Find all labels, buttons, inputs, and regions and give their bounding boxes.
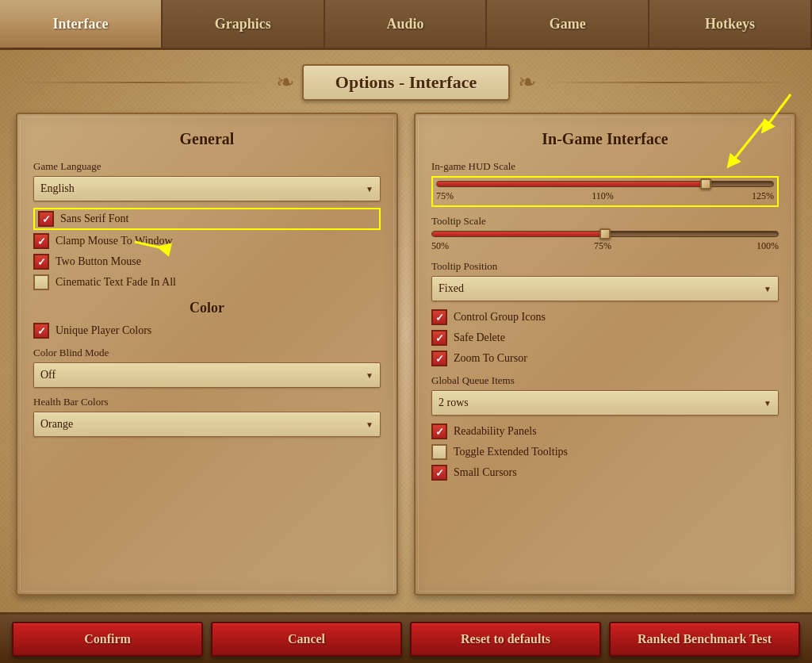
tooltip-position-arrow: ▼ [764, 285, 772, 293]
color-blind-dropdown-arrow: ▼ [366, 371, 373, 380]
confirm-button[interactable]: Confirm [12, 622, 203, 657]
checkbox-sans-serif[interactable]: Sans Serif Font [33, 208, 381, 230]
tab-graphics[interactable]: Graphics [163, 0, 325, 48]
checkbox-two-button-label: Two Button Mouse [56, 255, 141, 268]
ingame-panel-title: In-Game Interface [431, 130, 779, 148]
color-blind-value: Off [40, 369, 56, 381]
hud-scale-thumb[interactable] [700, 178, 711, 190]
checkbox-two-button[interactable]: Two Button Mouse [33, 254, 381, 270]
language-label: Game Language [33, 160, 381, 173]
language-dropdown[interactable]: English ▼ [33, 176, 381, 201]
health-bar-label: Health Bar Colors [33, 396, 381, 408]
reset-button[interactable]: Reset to defaults [410, 622, 601, 657]
checkbox-zoom-cursor-box[interactable] [431, 351, 447, 366]
tab-interface[interactable]: Interface [0, 0, 163, 48]
checkbox-sans-serif-box[interactable] [38, 211, 54, 227]
floral-decoration-left: ❧ [276, 71, 294, 94]
health-bar-value: Orange [40, 418, 73, 431]
checkbox-unique-player-label: Unique Player Colors [56, 324, 151, 337]
health-bar-dropdown[interactable]: Orange ▼ [33, 412, 381, 437]
panels-container: General Game Language English ▼ Sans Ser… [16, 113, 796, 596]
checkbox-control-group-label: Control Group Icons [454, 311, 546, 324]
page-title: Options - Interface [302, 64, 510, 101]
checkbox-two-button-box[interactable] [33, 254, 49, 270]
hud-scale-labels: 75% 110% 125% [436, 190, 774, 202]
language-dropdown-arrow: ▼ [366, 185, 373, 194]
checkbox-small-cursors[interactable]: Small Cursors [431, 465, 779, 481]
tab-bar: Interface Graphics Audio Game Hotkeys [0, 0, 812, 50]
tab-hotkeys[interactable]: Hotkeys [649, 0, 812, 48]
checkbox-cinematic-box[interactable] [33, 274, 49, 290]
tooltip-scale-label: Tooltip Scale [431, 215, 779, 228]
hud-scale-label: In-game HUD Scale [431, 160, 779, 173]
checkbox-cinematic[interactable]: Cinematic Text Fade In All [33, 274, 381, 290]
checkbox-control-group[interactable]: Control Group Icons [431, 309, 779, 325]
checkbox-small-cursors-label: Small Cursors [454, 466, 517, 479]
hud-scale-track[interactable] [436, 181, 774, 187]
color-blind-label: Color Blind Mode [33, 347, 381, 359]
checkbox-unique-player-box[interactable] [33, 323, 49, 339]
button-bar: Confirm Cancel Reset to defaults Ranked … [0, 612, 812, 663]
checkbox-unique-player[interactable]: Unique Player Colors [33, 323, 381, 339]
tooltip-scale-track[interactable] [431, 231, 779, 237]
title-area: ❧ Options - Interface ❧ [16, 64, 796, 101]
color-section-title: Color [33, 300, 381, 316]
tooltip-position-dropdown[interactable]: Fixed ▼ [431, 276, 779, 301]
health-bar-dropdown-arrow: ▼ [366, 420, 373, 429]
benchmark-button[interactable]: Ranked Benchmark Test [609, 622, 800, 657]
checkbox-sans-serif-label: Sans Serif Font [60, 213, 128, 225]
checkbox-cinematic-label: Cinematic Text Fade In All [56, 276, 176, 289]
checkbox-toggle-extended-box[interactable] [431, 444, 447, 460]
global-queue-value: 2 rows [439, 397, 469, 409]
tooltip-scale-mid: 75% [594, 240, 611, 252]
tooltip-scale-slider-container: 50% 75% 100% [431, 231, 779, 252]
checkbox-clamp-mouse[interactable]: Clamp Mouse To Window [33, 233, 381, 249]
hud-scale-mid: 110% [592, 190, 614, 202]
checkbox-small-cursors-box[interactable] [431, 465, 447, 481]
hud-scale-min: 75% [436, 190, 454, 202]
ingame-panel: In-Game Interface In-game HUD Scale 75% … [414, 113, 796, 596]
checkbox-control-group-box[interactable] [431, 309, 447, 325]
checkbox-safe-delete-box[interactable] [431, 330, 447, 346]
hud-scale-fill [437, 182, 706, 186]
tab-game[interactable]: Game [487, 0, 649, 48]
checkbox-safe-delete[interactable]: Safe Delete [431, 330, 779, 346]
tooltip-scale-max: 100% [756, 240, 779, 252]
tooltip-scale-thumb[interactable] [599, 228, 611, 240]
floral-decoration-right: ❧ [518, 71, 536, 94]
global-queue-arrow: ▼ [764, 399, 772, 408]
general-panel-title: General [33, 130, 381, 148]
checkbox-toggle-extended-label: Toggle Extended Tooltips [454, 446, 568, 458]
cancel-button[interactable]: Cancel [211, 622, 402, 657]
tooltip-scale-labels: 50% 75% 100% [431, 240, 779, 252]
checkbox-zoom-cursor[interactable]: Zoom To Cursor [431, 351, 779, 366]
checkbox-zoom-cursor-label: Zoom To Cursor [454, 352, 527, 365]
tooltip-scale-fill [432, 232, 605, 236]
tooltip-scale-min: 50% [431, 240, 449, 252]
language-value: English [40, 182, 75, 195]
general-panel: General Game Language English ▼ Sans Ser… [16, 113, 398, 596]
checkbox-readability[interactable]: Readability Panels [431, 423, 779, 439]
checkbox-clamp-mouse-label: Clamp Mouse To Window [56, 235, 173, 247]
checkbox-readability-label: Readability Panels [454, 425, 537, 438]
main-content: ❧ Options - Interface ❧ General Game Lan… [0, 50, 812, 612]
checkbox-toggle-extended[interactable]: Toggle Extended Tooltips [431, 444, 779, 460]
global-queue-label: Global Queue Items [431, 374, 779, 387]
checkbox-safe-delete-label: Safe Delete [454, 332, 505, 344]
global-queue-dropdown[interactable]: 2 rows ▼ [431, 390, 779, 416]
hud-scale-max: 125% [752, 190, 774, 202]
color-blind-dropdown[interactable]: Off ▼ [33, 362, 381, 388]
checkbox-readability-box[interactable] [431, 423, 447, 439]
hud-scale-slider-container: 75% 110% 125% [431, 176, 779, 207]
tab-audio[interactable]: Audio [325, 0, 488, 48]
tooltip-position-label: Tooltip Position [431, 260, 779, 273]
tooltip-position-value: Fixed [439, 282, 464, 295]
checkbox-clamp-mouse-box[interactable] [33, 233, 49, 249]
